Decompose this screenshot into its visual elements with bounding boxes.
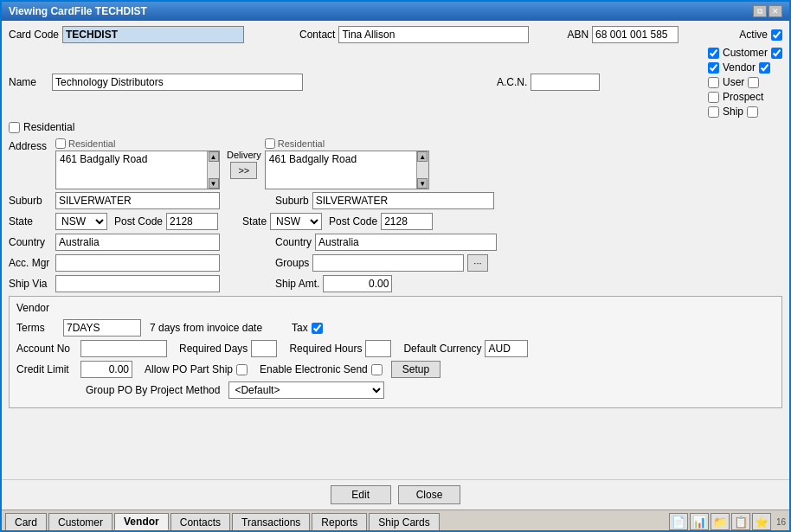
accmgr-input[interactable] (55, 254, 220, 272)
delivery-suburb-label: Suburb (275, 195, 309, 207)
default-currency-label: Default Currency (403, 343, 481, 355)
main-window: Viewing CardFile TECHDIST ⧉ ✕ Card Code … (0, 0, 791, 532)
default-currency-input[interactable] (485, 340, 528, 357)
address-scrollbar[interactable]: ▲ ▼ (207, 151, 219, 189)
icon-list[interactable]: 📋 (731, 513, 750, 530)
country-input[interactable] (55, 234, 220, 251)
delivery-scroll-down[interactable]: ▼ (417, 178, 428, 189)
setup-button[interactable]: Setup (391, 361, 441, 378)
customer-checkbox[interactable] (708, 48, 719, 59)
allow-po-checkbox[interactable] (236, 364, 248, 375)
cardcode-input[interactable] (62, 26, 244, 43)
delivery-scrollbar[interactable]: ▲ ▼ (416, 151, 428, 189)
active-checkbox[interactable] (771, 29, 782, 41)
delivery-state-select[interactable]: NSW VIC QLD (270, 213, 322, 230)
shipamt-label: Ship Amt. (275, 278, 319, 290)
tab-card[interactable]: Card (5, 513, 47, 530)
suburb-row: Suburb Suburb (9, 192, 782, 209)
credit-limit-input[interactable] (80, 361, 132, 378)
name-input[interactable] (52, 74, 303, 91)
delivery-suburb-input[interactable] (312, 192, 494, 209)
shipamt-input[interactable] (323, 275, 392, 292)
shipvia-input[interactable] (55, 275, 220, 292)
customer-flag-checkbox[interactable] (771, 48, 782, 59)
acn-input[interactable] (531, 74, 600, 91)
state-select[interactable]: NSW VIC QLD WA SA (55, 213, 107, 230)
address-text: 461 Badgally Road (56, 151, 219, 167)
icon-document[interactable]: 📄 (669, 513, 688, 530)
accmgr-row: Acc. Mgr Groups ··· (9, 254, 782, 272)
delivery-address-box: 461 Badgally Road ▲ ▼ (265, 151, 429, 189)
account-no-input[interactable] (80, 340, 167, 357)
address-residential-checkbox[interactable] (55, 138, 66, 149)
delivery-postcode-label: Post Code (329, 215, 377, 228)
edit-button[interactable]: Edit (331, 485, 391, 504)
delivery-country-label: Country (275, 236, 312, 248)
required-days-input[interactable] (251, 340, 277, 357)
enable-elec-checkbox[interactable] (371, 364, 383, 375)
cardcode-label: Card Code (9, 29, 59, 41)
prospect-checkbox[interactable] (708, 92, 719, 103)
title-bar: Viewing CardFile TECHDIST ⧉ ✕ (2, 2, 789, 21)
tab-customer[interactable]: Customer (48, 513, 113, 530)
user-flag-checkbox[interactable] (748, 77, 759, 88)
delivery-residential-checkbox[interactable] (265, 138, 275, 149)
tab-vendor[interactable]: Vendor (114, 513, 169, 530)
user-checkbox[interactable] (708, 77, 719, 88)
contact-input[interactable] (338, 26, 529, 43)
address-label: Address (9, 138, 52, 189)
delivery-postcode-input[interactable] (381, 213, 433, 230)
tab-ship-cards[interactable]: Ship Cards (369, 513, 439, 530)
close-button[interactable]: Close (398, 485, 461, 504)
terms-input[interactable] (63, 319, 141, 337)
ship-label: Ship (723, 106, 743, 118)
scroll-down[interactable]: ▼ (209, 178, 219, 189)
tab-transactions[interactable]: Transactions (232, 513, 310, 530)
icon-chart[interactable]: 📊 (690, 513, 709, 530)
group-po-select[interactable]: <Default> Project None (228, 381, 384, 399)
contact-label: Contact (299, 29, 335, 41)
tab-contacts[interactable]: Contacts (170, 513, 230, 530)
suburb-input[interactable] (55, 192, 220, 209)
groups-input[interactable] (312, 254, 464, 272)
tax-checkbox[interactable] (312, 323, 323, 334)
icon-folder[interactable]: 📁 (711, 513, 730, 530)
delivery-address-text: 461 Badgally Road (266, 151, 428, 167)
close-button[interactable]: ✕ (768, 5, 782, 17)
active-label: Active (739, 29, 768, 41)
abn-input[interactable] (592, 26, 678, 43)
ship-flag-checkbox[interactable] (747, 106, 758, 118)
restore-button[interactable]: ⧉ (753, 5, 767, 17)
groups-label: Groups (275, 257, 309, 269)
state-row: State NSW VIC QLD WA SA Post Code State … (9, 213, 782, 230)
account-no-label: Account No (16, 343, 77, 355)
delivery-residential-label: Residential (278, 138, 325, 149)
abn-label: ABN (567, 29, 588, 41)
page-number: 16 (776, 517, 786, 527)
user-label: User (723, 76, 744, 88)
delivery-country-input[interactable] (315, 234, 497, 251)
tab-reports[interactable]: Reports (312, 513, 367, 530)
icon-star[interactable]: ⭐ (752, 513, 771, 530)
country-label: Country (9, 236, 52, 248)
vendor-flag-checkbox[interactable] (759, 62, 770, 74)
residential-left-checkbox[interactable] (9, 122, 20, 133)
scroll-up[interactable]: ▲ (209, 151, 219, 162)
window-title: Viewing CardFile TECHDIST (9, 5, 147, 17)
ship-row: Ship (708, 106, 782, 118)
required-hours-input[interactable] (365, 340, 391, 357)
copy-address-button[interactable]: >> (230, 162, 257, 179)
customer-row: Customer (708, 47, 782, 59)
postcode-input[interactable] (166, 213, 218, 230)
delivery-scroll-up[interactable]: ▲ (417, 151, 428, 162)
ship-checkbox[interactable] (708, 106, 719, 118)
address-box: 461 Badgally Road ▲ ▼ (55, 151, 220, 189)
vendor-checkbox[interactable] (708, 62, 719, 74)
groups-button[interactable]: ··· (467, 254, 487, 272)
postcode-label: Post Code (114, 215, 163, 228)
terms-label: Terms (16, 322, 60, 334)
cardcode-row: Card Code Contact ABN Active (9, 26, 782, 43)
group-po-row: Group PO By Project Method <Default> Pro… (16, 381, 775, 399)
bottom-buttons: Edit Close (2, 479, 789, 510)
required-hours-label: Required Hours (289, 343, 362, 355)
